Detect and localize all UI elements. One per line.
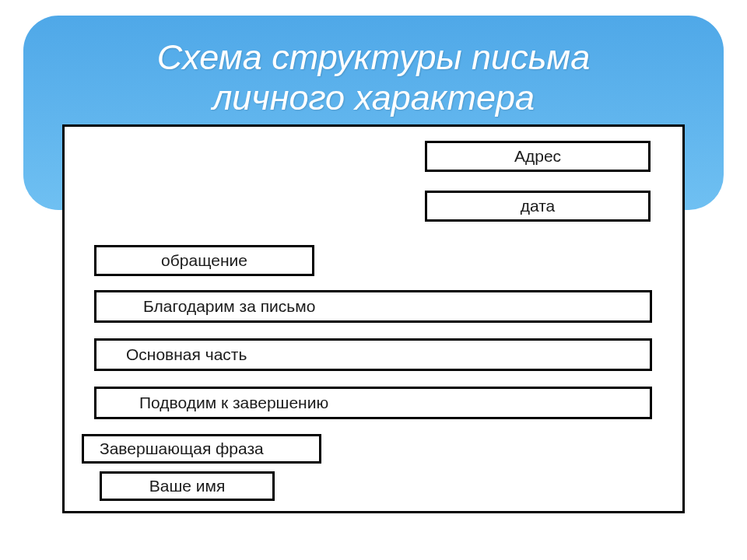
field-thanks: Благодарим за письмо — [94, 290, 652, 323]
field-address: Адрес — [425, 141, 651, 172]
field-phrase: Завершающая фраза — [82, 434, 321, 464]
field-name-label: Ваше имя — [149, 477, 226, 495]
field-date: дата — [425, 191, 651, 222]
field-main-label: Основная часть — [126, 345, 247, 364]
field-phrase-label: Завершающая фраза — [100, 439, 264, 458]
field-greeting-label: обращение — [161, 251, 247, 270]
field-closing: Подводим к завершению — [94, 387, 652, 419]
field-thanks-label: Благодарим за письмо — [143, 297, 315, 316]
field-date-label: дата — [521, 197, 556, 215]
letter-structure-diagram: Адрес дата обращение Благодарим за письм… — [62, 124, 685, 513]
field-main: Основная часть — [94, 338, 652, 371]
field-address-label: Адрес — [514, 147, 561, 166]
title-line-1: Схема структуры письма — [157, 37, 590, 77]
slide-title: Схема структуры письма личного характера — [0, 37, 747, 118]
field-closing-label: Подводим к завершению — [139, 394, 328, 412]
field-greeting: обращение — [94, 245, 314, 276]
title-line-2: личного характера — [212, 78, 535, 117]
field-name: Ваше имя — [100, 471, 275, 501]
